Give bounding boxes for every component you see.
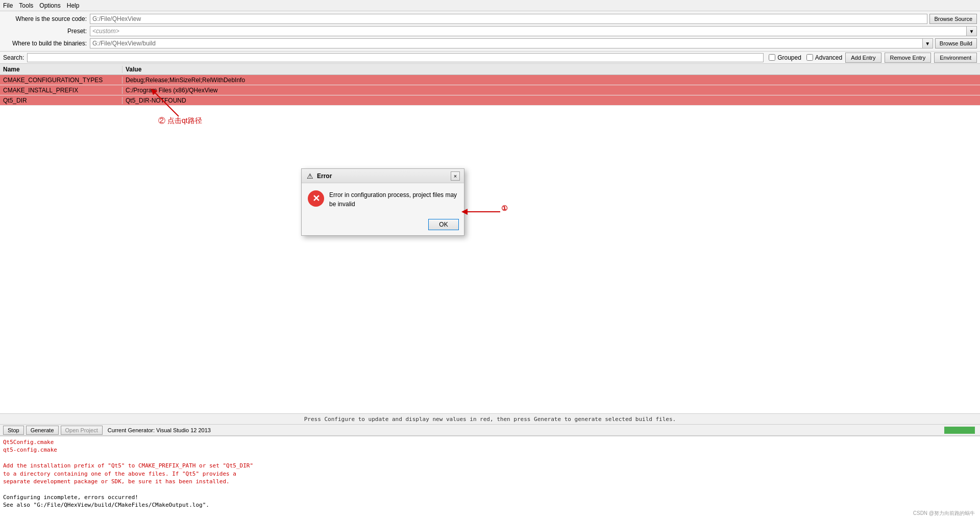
- dialog-close-button[interactable]: ×: [451, 171, 460, 181]
- preset-label: Preset:: [3, 28, 90, 35]
- output-line: Configuring incomplete, errors occurred!: [3, 493, 977, 501]
- preset-dropdown[interactable]: ▼: [967, 26, 977, 36]
- search-bar: Search: Grouped Advanced Add Entry Remov…: [0, 52, 980, 64]
- menu-file[interactable]: File: [3, 2, 13, 9]
- output-line: to a directory containing one of the abo…: [3, 470, 977, 478]
- output-line: [3, 485, 977, 493]
- col-header-value: Value: [122, 66, 980, 73]
- row-value: C:/Program Files (x86)/QHexView: [122, 87, 980, 94]
- browse-build-button[interactable]: Browse Build: [935, 38, 977, 48]
- table-header: Name Value: [0, 64, 980, 75]
- menu-options[interactable]: Options: [39, 2, 60, 9]
- output-line: qt5-config.cmake: [3, 446, 977, 454]
- table-row[interactable]: CMAKE_INSTALL_PREFIX C:/Program Files (x…: [0, 85, 980, 95]
- search-label: Search:: [3, 54, 24, 61]
- search-input[interactable]: [27, 53, 764, 62]
- advanced-label: Advanced: [815, 54, 842, 61]
- output-line: Add the installation prefix of "Qt5" to …: [3, 462, 977, 469]
- binaries-input[interactable]: [90, 38, 923, 48]
- progress-bar-container: [944, 427, 975, 434]
- environment-button[interactable]: Environment: [934, 53, 977, 63]
- output-line: [3, 454, 977, 462]
- stop-button[interactable]: Stop: [3, 426, 24, 435]
- menu-help[interactable]: Help: [67, 2, 80, 9]
- remove-entry-button[interactable]: Remove Entry: [885, 53, 932, 63]
- output-area: Qt5Config.cmake qt5-config.cmake Add the…: [0, 436, 980, 519]
- output-line: separate development package or SDK, be …: [3, 478, 977, 485]
- table-row[interactable]: CMAKE_CONFIGURATION_TYPES Debug;Release;…: [0, 75, 980, 85]
- preset-input[interactable]: [90, 26, 967, 36]
- output-line: See also "G:/File/QHexView/build/CMakeFi…: [3, 501, 977, 509]
- col-header-name: Name: [0, 66, 122, 73]
- advanced-checkbox-group: Advanced: [806, 54, 842, 61]
- watermark: CSDN @努力向前跑的蜗牛: [913, 510, 975, 517]
- generator-text: Current Generator: Visual Studio 12 2013: [108, 427, 211, 433]
- row-value: Debug;Release;MinSizeRel;RelWithDebInfo: [122, 77, 980, 84]
- source-input[interactable]: [90, 14, 927, 24]
- dialog-titlebar: ⚠ Error ×: [302, 169, 464, 183]
- binaries-label: Where to build the binaries:: [3, 40, 90, 47]
- binaries-row: Where to build the binaries: ▼ Browse Bu…: [3, 38, 977, 49]
- menubar: File Tools Options Help: [0, 0, 980, 11]
- row-name: Qt5_DIR: [0, 97, 122, 104]
- source-row: Where is the source code: Browse Source: [3, 13, 977, 24]
- row-name: CMAKE_INSTALL_PREFIX: [0, 87, 122, 94]
- table-row[interactable]: Qt5_DIR Qt5_DIR-NOTFOUND: [0, 95, 980, 106]
- error-dialog: ⚠ Error × ✕ Error in configuration proce…: [301, 168, 464, 236]
- dialog-footer: OK: [302, 216, 464, 235]
- ok-button[interactable]: OK: [428, 219, 459, 230]
- cmake-table: Name Value CMAKE_CONFIGURATION_TYPES Deb…: [0, 64, 980, 319]
- dialog-message: Error in configuration process, project …: [329, 190, 458, 209]
- bottom-toolbar: Stop Generate Open Project Current Gener…: [0, 425, 980, 436]
- status-text: Press Configure to update and display ne…: [304, 416, 676, 423]
- dialog-title-icon: ⚠: [306, 172, 314, 180]
- add-entry-button[interactable]: Add Entry: [845, 53, 881, 63]
- advanced-checkbox[interactable]: [806, 54, 813, 61]
- source-label: Where is the source code:: [3, 15, 90, 22]
- binaries-dropdown[interactable]: ▼: [923, 38, 933, 48]
- progress-bar: [944, 427, 975, 434]
- dialog-body: ✕ Error in configuration process, projec…: [302, 183, 464, 216]
- browse-source-button[interactable]: Browse Source: [929, 14, 977, 24]
- row-name: CMAKE_CONFIGURATION_TYPES: [0, 77, 122, 84]
- generate-button[interactable]: Generate: [26, 426, 59, 435]
- row-value: Qt5_DIR-NOTFOUND: [122, 97, 980, 104]
- form-area: Where is the source code: Browse Source …: [0, 11, 980, 52]
- open-project-button[interactable]: Open Project: [61, 426, 103, 435]
- menu-tools[interactable]: Tools: [19, 2, 33, 9]
- error-icon: ✕: [308, 190, 324, 207]
- grouped-label: Grouped: [777, 54, 801, 61]
- output-line: Qt5Config.cmake: [3, 438, 977, 446]
- status-bar: Press Configure to update and display ne…: [0, 413, 980, 425]
- preset-row: Preset: ▼: [3, 26, 977, 37]
- grouped-checkbox[interactable]: [769, 54, 775, 61]
- dialog-title: Error: [317, 172, 451, 180]
- grouped-checkbox-group: Grouped: [769, 54, 801, 61]
